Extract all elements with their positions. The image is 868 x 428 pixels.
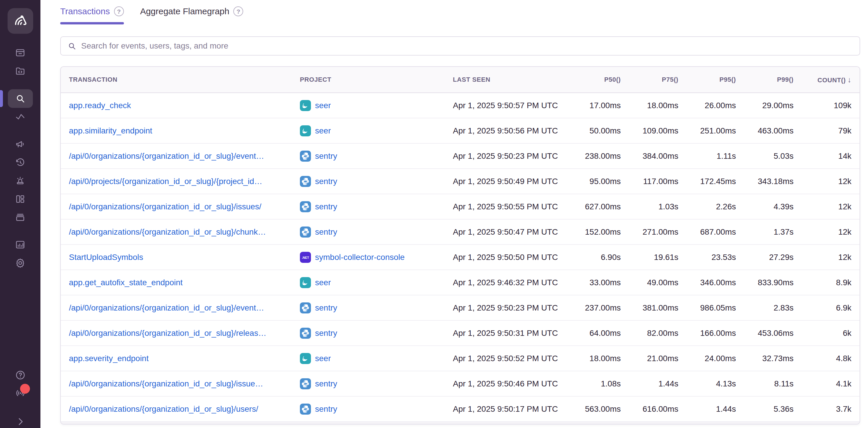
count-value: 4.8k xyxy=(794,354,851,363)
p75-value: 82.00ms xyxy=(621,329,678,338)
project-link[interactable]: seer xyxy=(315,354,331,363)
column-header-count[interactable]: Count()↓ xyxy=(794,75,851,84)
sidebar-item-explore[interactable] xyxy=(0,89,40,107)
search-bar[interactable] xyxy=(60,36,860,56)
p75-value: 21.00ms xyxy=(621,354,678,363)
p75-value: 109.00ms xyxy=(621,126,678,135)
transaction-link[interactable]: /api/0/organizations/{organization_id_or… xyxy=(69,329,293,338)
tab-transactions-help-icon[interactable]: ? xyxy=(114,6,124,16)
table-row: /api/0/organizations/{organization_id_or… xyxy=(61,371,860,397)
transaction-link[interactable]: /api/0/organizations/{organization_id_or… xyxy=(69,227,293,237)
whats-new-button[interactable] xyxy=(0,387,40,399)
search-input[interactable] xyxy=(81,41,853,51)
p99-value: 463.00ms xyxy=(736,126,794,135)
sidebar-item-releases[interactable] xyxy=(0,208,40,227)
project-link[interactable]: sentry xyxy=(315,303,337,312)
p50-value: 18.00ms xyxy=(563,354,621,363)
python-platform-icon xyxy=(300,151,311,162)
project-link[interactable]: sentry xyxy=(315,404,337,414)
issues-icon xyxy=(15,47,26,58)
table-row: /api/0/organizations/{organization_id_or… xyxy=(61,144,860,169)
sidebar-item-issues[interactable] xyxy=(0,44,40,62)
sidebar-item-traces[interactable] xyxy=(0,107,40,126)
p75-value: 49.00ms xyxy=(621,278,678,287)
tab-bar: Transactions ? Aggregate Flamegraph ? xyxy=(60,6,860,25)
table-body: app.ready_check seer Apr 1, 2025 9:50:57… xyxy=(61,93,860,422)
column-header-project[interactable]: Project xyxy=(300,76,453,84)
sidebar-item-replays[interactable] xyxy=(0,153,40,171)
p99-value: 32.73ms xyxy=(736,354,794,363)
p75-value: 271.00ms xyxy=(621,227,678,237)
project-link[interactable]: sentry xyxy=(315,177,337,186)
column-header-p95[interactable]: P95() xyxy=(678,76,736,84)
project-link[interactable]: symbol-collector-console xyxy=(315,253,405,262)
project-link[interactable]: seer xyxy=(315,126,331,135)
sidebar-collapse-button[interactable] xyxy=(0,416,40,427)
project-link[interactable]: sentry xyxy=(315,329,337,338)
transaction-link[interactable]: app.similarity_endpoint xyxy=(69,126,293,135)
column-header-p50[interactable]: P50() xyxy=(563,76,621,84)
p95-value: 166.00ms xyxy=(678,329,736,338)
transaction-link[interactable]: /api/0/organizations/{organization_id_or… xyxy=(69,152,293,161)
transaction-link[interactable]: StartUploadSymbols xyxy=(69,253,293,262)
sidebar-item-stats[interactable] xyxy=(0,235,40,254)
transaction-link[interactable]: app.get_autofix_state_endpoint xyxy=(69,278,293,287)
project-link[interactable]: seer xyxy=(315,278,331,287)
table-row: StartUploadSymbols .NET symbol-collector… xyxy=(61,245,860,270)
code-folder-icon xyxy=(15,66,26,76)
p50-value: 33.00ms xyxy=(563,278,621,287)
transaction-link[interactable]: /api/0/organizations/{organization_id_or… xyxy=(69,303,293,312)
count-value: 4.1k xyxy=(794,379,851,389)
project-link[interactable]: sentry xyxy=(315,152,337,161)
help-button[interactable] xyxy=(0,369,40,382)
project-link[interactable]: sentry xyxy=(315,202,337,211)
count-value: 6k xyxy=(794,329,851,338)
help-icon xyxy=(15,369,26,381)
table-row: /api/0/projects/{organization_id_or_slug… xyxy=(61,169,860,194)
tab-aggregate-flamegraph-help-icon[interactable]: ? xyxy=(233,6,243,16)
tab-aggregate-flamegraph-label: Aggregate Flamegraph xyxy=(140,6,229,16)
p75-value: 19.61s xyxy=(621,253,678,262)
table-row: /api/0/organizations/{organization_id_or… xyxy=(61,220,860,245)
transaction-link[interactable]: app.severity_endpoint xyxy=(69,354,293,363)
transaction-link[interactable]: /api/0/organizations/{organization_id_or… xyxy=(69,379,293,389)
main-content: Transactions ? Aggregate Flamegraph ? Tr… xyxy=(40,0,868,425)
dotnet-platform-icon: .NET xyxy=(300,252,311,263)
transaction-link[interactable]: /api/0/organizations/{organization_id_or… xyxy=(69,404,293,414)
megaphone-icon xyxy=(15,139,26,150)
column-header-p99[interactable]: P99() xyxy=(736,76,794,84)
project-link[interactable]: seer xyxy=(315,101,331,110)
p99-value: 4.39s xyxy=(736,202,794,211)
p50-value: 627.00ms xyxy=(563,202,621,211)
project-link[interactable]: sentry xyxy=(315,227,337,237)
sidebar-item-dashboards[interactable] xyxy=(0,190,40,208)
sidebar-item-settings[interactable] xyxy=(0,254,40,272)
python-platform-icon xyxy=(300,201,311,212)
sidebar-item-projects[interactable] xyxy=(0,62,40,80)
transaction-link[interactable]: app.ready_check xyxy=(69,101,293,110)
column-header-p75[interactable]: P75() xyxy=(621,76,678,84)
sentry-logo[interactable] xyxy=(7,8,33,34)
sidebar-item-feedback[interactable] xyxy=(0,135,40,153)
project-link[interactable]: sentry xyxy=(315,379,337,389)
transaction-link[interactable]: /api/0/projects/{organization_id_or_slug… xyxy=(69,177,293,186)
table-header-row: Transaction Project Last Seen P50() P75(… xyxy=(61,67,860,93)
tab-transactions[interactable]: Transactions ? xyxy=(60,6,124,25)
p99-value: 5.36s xyxy=(736,404,794,414)
siren-icon xyxy=(15,175,26,186)
p50-value: 563.00ms xyxy=(563,404,621,414)
p95-value: 346.00ms xyxy=(678,278,736,287)
last-seen-value: Apr 1, 2025 9:50:47 PM UTC xyxy=(453,227,563,237)
p99-value: 5.03s xyxy=(736,152,794,161)
count-value: 12k xyxy=(794,202,851,211)
last-seen-value: Apr 1, 2025 9:50:52 PM UTC xyxy=(453,354,563,363)
tab-aggregate-flamegraph[interactable]: Aggregate Flamegraph ? xyxy=(140,6,244,25)
sidebar-nav xyxy=(0,44,40,272)
sidebar-item-alerts[interactable] xyxy=(0,171,40,190)
column-header-last-seen[interactable]: Last Seen xyxy=(453,76,563,84)
p50-value: 152.00ms xyxy=(563,227,621,237)
transaction-link[interactable]: /api/0/organizations/{organization_id_or… xyxy=(69,202,293,211)
count-value: 12k xyxy=(794,253,851,262)
column-header-transaction[interactable]: Transaction xyxy=(61,76,300,84)
p95-value: 1.11s xyxy=(678,152,736,161)
